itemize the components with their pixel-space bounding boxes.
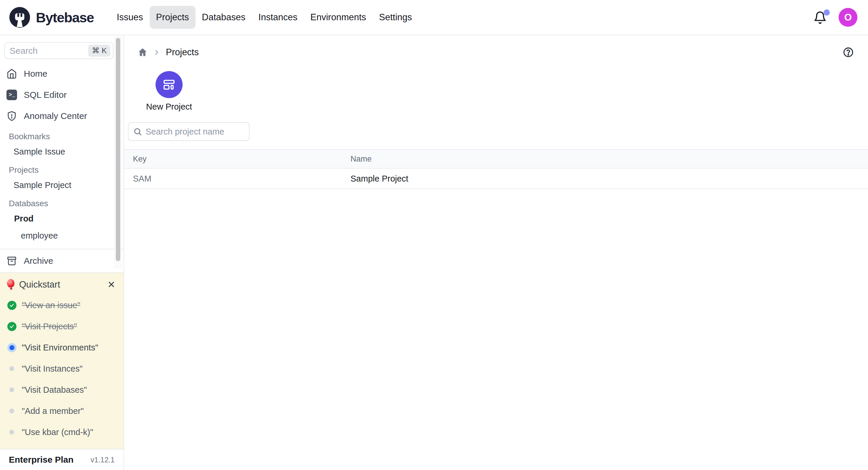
projects-table: Key Name SAM Sample Project xyxy=(124,149,868,189)
terminal-icon: >_ xyxy=(6,90,17,100)
notification-bell-button[interactable] xyxy=(813,10,828,25)
sidebar-item-label: Home xyxy=(24,69,47,79)
quickstart-item-visit-instances[interactable]: "Visit Instances" xyxy=(7,358,117,379)
sidebar-item-label: SQL Editor xyxy=(24,90,67,100)
new-project-label: New Project xyxy=(146,102,192,112)
archive-icon xyxy=(6,256,17,266)
sidebar-item-label: Archive xyxy=(24,256,53,266)
app-root: Bytebase Issues Projects Databases Insta… xyxy=(0,0,868,470)
new-project-circle xyxy=(156,71,183,98)
nav-item-instances[interactable]: Instances xyxy=(252,6,304,29)
project-search[interactable] xyxy=(128,122,250,141)
top-navbar: Bytebase Issues Projects Databases Insta… xyxy=(0,0,868,35)
dot-pending-icon xyxy=(7,364,17,373)
new-project-button[interactable]: New Project xyxy=(142,71,196,112)
quickstart-item-visit-databases[interactable]: "Visit Databases" xyxy=(7,379,117,400)
bookmark-item-sample-issue[interactable]: Sample Issue xyxy=(0,143,124,160)
nav-item-projects[interactable]: Projects xyxy=(150,6,195,29)
breadcrumb-current: Projects xyxy=(166,47,199,58)
home-icon xyxy=(6,68,17,79)
sidebar-search-input[interactable] xyxy=(10,46,88,56)
quickstart-item-label: "Visit Databases" xyxy=(22,385,87,395)
user-avatar[interactable]: O xyxy=(839,8,858,27)
sidebar-item-label: Anomaly Center xyxy=(24,111,87,121)
notification-dot xyxy=(824,9,830,15)
quickstart-item-label: "Visit Instances" xyxy=(22,364,83,374)
quickstart-item-view-an-issue[interactable]: "View an issue" xyxy=(7,295,117,316)
nav-item-issues[interactable]: Issues xyxy=(110,6,150,29)
project-layout-icon xyxy=(162,78,176,91)
main-nav: Issues Projects Databases Instances Envi… xyxy=(110,6,418,29)
project-name-cell: Sample Project xyxy=(342,174,868,183)
plan-label: Enterprise Plan xyxy=(9,455,73,465)
cmd-k-shortcut-badge: ⌘ K xyxy=(88,45,110,57)
quickstart-item-label: "Use kbar (cmd-k)" xyxy=(22,427,93,437)
column-header-name: Name xyxy=(342,155,868,164)
database-item-employee[interactable]: employee xyxy=(0,227,124,244)
help-button[interactable] xyxy=(843,47,854,58)
nav-item-environments[interactable]: Environments xyxy=(304,6,373,29)
sidebar-footer: Enterprise Plan v1.12.1 xyxy=(0,449,124,470)
quickstart-list: "View an issue" "Visit Projects" "Visit … xyxy=(7,295,117,443)
database-group-prod[interactable]: Prod xyxy=(0,210,124,227)
sidebar-item-home[interactable]: Home xyxy=(0,63,124,84)
check-circle-icon xyxy=(7,322,17,331)
main-content: Projects New Projec xyxy=(124,35,868,470)
quickstart-item-label: "Add a member" xyxy=(22,406,84,416)
nav-item-settings[interactable]: Settings xyxy=(373,6,418,29)
quickstart-item-label: "Visit Environments" xyxy=(22,343,98,352)
nav-item-databases[interactable]: Databases xyxy=(195,6,252,29)
project-item-sample-project[interactable]: Sample Project xyxy=(0,176,124,194)
sidebar-nav: Home >_ SQL Editor Anomaly Center xyxy=(0,63,124,127)
dot-pending-icon xyxy=(7,427,17,437)
quickstart-header: Quickstart ✕ xyxy=(7,278,117,292)
brand-logo[interactable]: Bytebase xyxy=(9,6,94,28)
quickstart-item-use-kbar[interactable]: "Use kbar (cmd-k)" xyxy=(7,422,117,443)
section-header-bookmarks: Bookmarks xyxy=(0,130,124,143)
table-row[interactable]: SAM Sample Project xyxy=(124,169,868,189)
quickstart-item-visit-projects[interactable]: "Visit Projects" xyxy=(7,316,117,337)
quickstart-close-button[interactable]: ✕ xyxy=(106,279,117,291)
section-header-databases: Databases xyxy=(0,197,124,210)
table-header-row: Key Name xyxy=(124,149,868,169)
sidebar-item-anomaly-center[interactable]: Anomaly Center xyxy=(0,105,124,127)
project-key-cell: SAM xyxy=(124,174,342,183)
shield-alert-icon xyxy=(6,111,17,121)
quickstart-panel: Quickstart ✕ "View an issue" "Vis xyxy=(0,272,124,449)
search-icon xyxy=(133,127,142,136)
column-header-key: Key xyxy=(124,155,342,164)
sidebar-item-archive[interactable]: Archive xyxy=(0,249,124,272)
sidebar-item-sql-editor[interactable]: >_ SQL Editor xyxy=(0,84,124,105)
help-circle-icon xyxy=(843,47,854,58)
sidebar-search[interactable]: ⌘ K xyxy=(4,42,114,59)
quickstart-item-add-a-member[interactable]: "Add a member" xyxy=(7,400,117,422)
section-header-projects: Projects xyxy=(0,164,124,176)
quickstart-item-visit-environments[interactable]: "Visit Environments" xyxy=(7,337,117,358)
brand-name: Bytebase xyxy=(36,9,94,26)
breadcrumb: Projects xyxy=(124,35,868,69)
balloon-icon xyxy=(7,279,15,290)
radio-active-icon xyxy=(7,343,17,352)
sidebar: ⌘ K Home >_ SQL Editor xyxy=(0,35,124,470)
dot-pending-icon xyxy=(7,385,17,395)
quickstart-item-label: "View an issue" xyxy=(22,301,80,310)
chevron-right-icon xyxy=(153,48,160,56)
bytebase-logo-icon xyxy=(9,6,31,28)
quickstart-title: Quickstart xyxy=(19,279,60,290)
check-circle-icon xyxy=(7,301,17,310)
quickstart-item-label: "Visit Projects" xyxy=(22,322,77,331)
dot-pending-icon xyxy=(7,406,17,416)
project-search-input[interactable] xyxy=(146,127,244,137)
app-shell: ⌘ K Home >_ SQL Editor xyxy=(0,35,868,470)
sidebar-scrollbar-track xyxy=(115,36,121,268)
version-label: v1.12.1 xyxy=(91,456,115,464)
sidebar-scrollbar-thumb[interactable] xyxy=(116,38,120,261)
home-breadcrumb-icon[interactable] xyxy=(137,47,148,57)
topnav-right: O xyxy=(813,8,858,27)
